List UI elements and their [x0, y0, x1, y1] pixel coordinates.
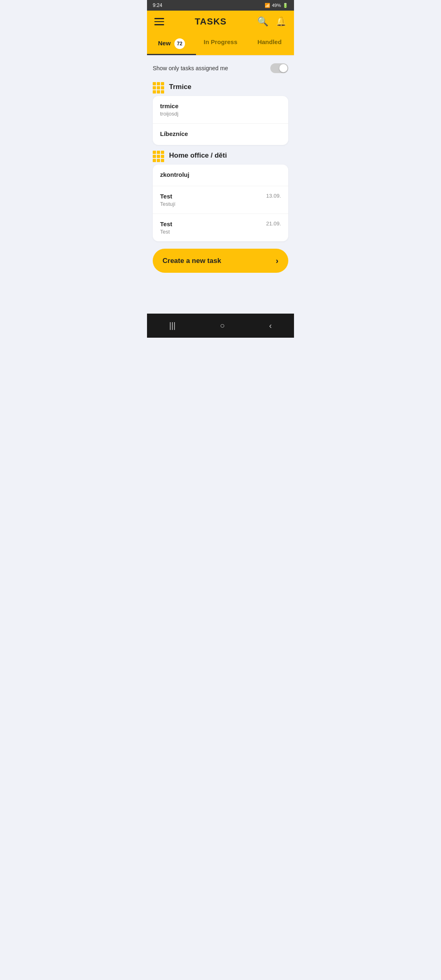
nav-home-button[interactable]: ○	[214, 319, 230, 332]
header-action-icons: 🔍 🔔	[257, 16, 287, 27]
filter-toggle[interactable]	[270, 63, 288, 73]
status-time: 9:24	[153, 2, 162, 8]
task-item-libeznice[interactable]: Líbezníce	[153, 124, 288, 145]
menu-button[interactable]	[154, 18, 164, 25]
tab-new-label: New	[158, 40, 171, 47]
trmice-section-title: Trmice	[169, 83, 192, 91]
filter-row: Show only tasks assigned me	[153, 63, 288, 73]
main-content: Show only tasks assigned me Trmice trmic…	[147, 56, 294, 314]
create-task-label: Create a new task	[163, 257, 221, 265]
search-icon[interactable]: 🔍	[257, 16, 268, 27]
status-icons: 📶 49% 🔋	[265, 3, 288, 8]
tab-bar: New 72 In Progress Handled	[147, 33, 294, 56]
trmice-card: trmice troijosdj Líbezníce	[153, 96, 288, 145]
toggle-knob	[279, 64, 287, 72]
app-header: TASKS 🔍 🔔	[147, 11, 294, 33]
nav-recents-button[interactable]: |||	[163, 319, 181, 332]
wifi-icon: 📶	[265, 3, 270, 8]
task-title-zkontroluj: zkontroluj	[160, 171, 281, 178]
homeoffice-section-icon	[153, 151, 165, 160]
task-item-test2[interactable]: Test Test 21.09.	[153, 214, 288, 241]
tab-new[interactable]: New 72	[147, 33, 196, 55]
nav-bar: ||| ○ ‹	[147, 314, 294, 338]
notification-icon[interactable]: 🔔	[276, 16, 287, 27]
app-title: TASKS	[195, 16, 227, 27]
create-task-button[interactable]: Create a new task ›	[153, 249, 288, 273]
task-date-test1: 13.09.	[266, 193, 281, 199]
battery-icon: 🔋	[283, 3, 288, 8]
task-title-test2: Test	[160, 220, 281, 227]
task-item-zkontroluj[interactable]: zkontroluj	[153, 165, 288, 186]
status-bar: 9:24 📶 49% 🔋	[147, 0, 294, 11]
tab-new-badge: 72	[174, 38, 185, 49]
task-title-trmice: trmice	[160, 102, 281, 109]
task-date-test2: 21.09.	[266, 220, 281, 227]
task-item-trmice[interactable]: trmice troijosdj	[153, 96, 288, 124]
homeoffice-section-title: Home office / děti	[169, 151, 227, 160]
task-item-test1[interactable]: Test Testují 13.09.	[153, 186, 288, 214]
create-task-arrow: ›	[276, 256, 278, 265]
section-homeoffice-header: Home office / děti	[153, 151, 288, 160]
task-title-libeznice: Líbezníce	[160, 130, 281, 137]
tab-in-progress-label: In Progress	[204, 38, 238, 45]
nav-back-button[interactable]: ‹	[263, 319, 278, 332]
homeoffice-card: zkontroluj Test Testují 13.09. Test Test…	[153, 165, 288, 241]
task-subtitle-trmice: troijosdj	[160, 111, 281, 117]
task-subtitle-test2: Test	[160, 229, 281, 235]
tab-handled[interactable]: Handled	[245, 33, 294, 55]
battery-text: 49%	[272, 3, 281, 8]
tab-handled-label: Handled	[257, 38, 281, 45]
task-subtitle-test1: Testují	[160, 201, 281, 207]
section-trmice-header: Trmice	[153, 82, 288, 92]
task-title-test1: Test	[160, 193, 281, 200]
trmice-section-icon	[153, 82, 165, 92]
tab-in-progress[interactable]: In Progress	[196, 33, 245, 55]
filter-label: Show only tasks assigned me	[153, 65, 228, 71]
